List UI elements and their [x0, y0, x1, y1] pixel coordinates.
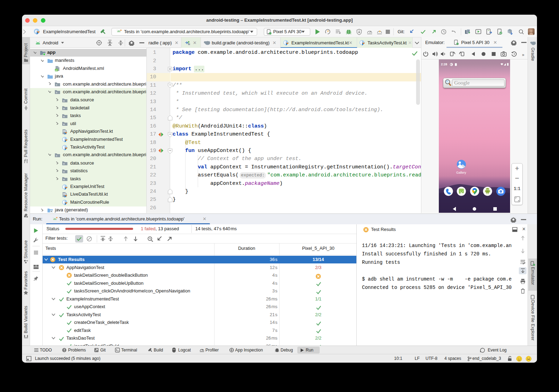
svg-text:MF: MF [55, 69, 58, 71]
